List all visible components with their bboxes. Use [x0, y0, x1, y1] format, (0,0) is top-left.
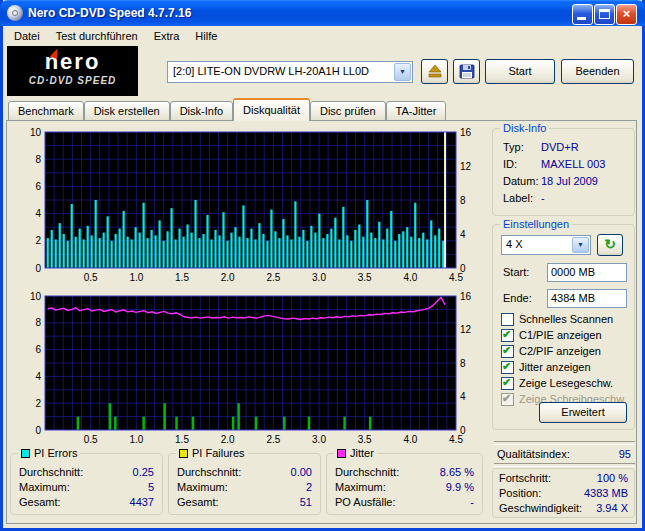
- position-value: 4383 MB: [584, 487, 628, 499]
- disk-info-value: 18 Jul 2009: [541, 175, 598, 187]
- menu-hilfe[interactable]: Hilfe: [187, 28, 225, 44]
- app-icon: [7, 5, 23, 21]
- disk-info-value: MAXELL 003: [541, 158, 605, 170]
- stat-value: 8.65 %: [440, 466, 474, 478]
- stat-value: 9.9 %: [446, 481, 474, 493]
- svg-text:16: 16: [460, 127, 472, 138]
- menu-test-durchfuehren[interactable]: Test durchführen: [48, 28, 146, 44]
- svg-text:12: 12: [460, 324, 472, 335]
- start-button[interactable]: Start: [485, 59, 555, 84]
- save-button[interactable]: [453, 59, 480, 84]
- minimize-button[interactable]: [572, 4, 593, 25]
- eject-disc-button[interactable]: [421, 59, 448, 84]
- stat-label: Maximum:: [19, 481, 70, 493]
- settings-title: Einstellungen: [500, 218, 572, 230]
- drive-select-value: [2:0] LITE-ON DVDRW LH-20A1H LL0D: [173, 65, 369, 77]
- pi-errors-stats-box: PI Errors Durchschnitt: 0.25 Maximum: 5 …: [10, 453, 163, 515]
- stat-value: 0.25: [133, 466, 154, 478]
- svg-text:1.0: 1.0: [129, 272, 143, 283]
- stat-value: -: [470, 496, 474, 508]
- stat-label: Gesamt:: [177, 496, 219, 508]
- check-icon: ✔: [502, 376, 511, 389]
- start-position-label: Start:: [503, 266, 529, 278]
- disk-info-label: ID:: [503, 158, 517, 170]
- svg-text:3.5: 3.5: [358, 272, 372, 283]
- quality-index-label: Qualitätsindex:: [497, 448, 570, 460]
- progress-value: 100 %: [597, 472, 628, 484]
- close-button[interactable]: ×: [616, 4, 637, 25]
- stat-value: 4437: [130, 496, 154, 508]
- checkbox-box[interactable]: ✔: [501, 361, 514, 374]
- maximize-button[interactable]: [594, 4, 615, 25]
- eject-icon: [427, 64, 443, 79]
- svg-text:8: 8: [460, 358, 466, 369]
- svg-text:2: 2: [35, 235, 41, 246]
- progress-label: Fortschritt:: [499, 472, 551, 484]
- refresh-speed-button[interactable]: ↻: [597, 234, 623, 256]
- speed-select-dropdown-button[interactable]: ▼: [572, 237, 589, 253]
- checkbox-box[interactable]: ✔: [501, 329, 514, 342]
- disk-info-label: Datum:: [503, 175, 538, 187]
- pi-failures-stats-title: PI Failures: [176, 447, 248, 459]
- svg-text:8: 8: [460, 195, 466, 206]
- close-icon: ×: [623, 6, 631, 21]
- stat-label: Durchschnitt:: [335, 466, 399, 478]
- check-icon: ✔: [502, 360, 511, 373]
- checkbox-box[interactable]: ✔: [501, 377, 514, 390]
- quality-index-value: 95: [619, 448, 631, 460]
- menu-datei[interactable]: Datei: [6, 28, 48, 44]
- jitter-color-swatch: [337, 449, 346, 458]
- speed-select-value: 4 X: [506, 238, 523, 250]
- svg-text:0: 0: [35, 263, 41, 274]
- stat-value: 2: [306, 481, 312, 493]
- svg-text:4.0: 4.0: [403, 434, 417, 445]
- checkbox-box[interactable]: ✔: [501, 345, 514, 358]
- drive-select-dropdown-button[interactable]: ▼: [394, 63, 411, 81]
- svg-text:16: 16: [460, 291, 472, 302]
- checkbox-box[interactable]: ✔: [501, 313, 514, 326]
- menu-bar: Datei Test durchführen Extra Hilfe: [3, 26, 642, 45]
- tab-diskqualitaet[interactable]: Diskqualität: [233, 98, 310, 121]
- start-position-field[interactable]: 0000 MB: [547, 263, 627, 282]
- maximize-icon: [599, 9, 610, 19]
- svg-text:4.5: 4.5: [449, 272, 463, 283]
- title-bar[interactable]: Nero CD-DVD Speed 4.7.7.16 ×: [0, 0, 645, 26]
- stat-label: Durchschnitt:: [19, 466, 83, 478]
- tab-benchmark[interactable]: Benchmark: [8, 101, 84, 121]
- stat-label: Maximum:: [177, 481, 228, 493]
- disk-info-label: Typ:: [503, 141, 524, 153]
- chevron-down-icon: ▼: [399, 68, 406, 75]
- checkbox-label: Zeige Lesegeschw.: [519, 377, 613, 389]
- tab-disc-pruefen[interactable]: Disc prüfen: [310, 101, 386, 121]
- svg-text:8: 8: [35, 317, 41, 328]
- svg-text:6: 6: [35, 181, 41, 192]
- svg-text:3.0: 3.0: [312, 434, 326, 445]
- svg-text:0: 0: [35, 425, 41, 436]
- jitter-stats-title: Jitter: [334, 447, 377, 459]
- stat-label: PO Ausfälle:: [335, 496, 396, 508]
- advanced-button[interactable]: Erweitert: [539, 402, 627, 423]
- svg-text:4.5: 4.5: [449, 434, 463, 445]
- pi-errors-stats-title: PI Errors: [18, 447, 80, 459]
- speed-select[interactable]: 4 X ▼: [501, 235, 591, 255]
- disk-info-value: DVD+R: [541, 141, 579, 153]
- menu-extra[interactable]: Extra: [146, 28, 188, 44]
- quit-button[interactable]: Beenden: [561, 59, 634, 84]
- position-label: Position:: [499, 487, 541, 499]
- check-icon: ✔: [502, 344, 511, 357]
- disk-info-group: Disk-Info Typ: DVD+R ID: MAXELL 003 Datu…: [492, 128, 635, 216]
- stat-value: 51: [300, 496, 312, 508]
- stat-value: 5: [148, 481, 154, 493]
- separator: [494, 441, 635, 445]
- chevron-down-icon: ▼: [577, 241, 584, 248]
- svg-text:2.0: 2.0: [221, 272, 235, 283]
- tab-disk-erstellen[interactable]: Disk erstellen: [84, 101, 170, 121]
- drive-select[interactable]: [2:0] LITE-ON DVDRW LH-20A1H LL0D ▼: [167, 61, 413, 83]
- svg-text:2.0: 2.0: [221, 434, 235, 445]
- svg-text:4: 4: [460, 391, 466, 402]
- tab-disk-info[interactable]: Disk-Info: [170, 101, 233, 121]
- nero-logo-subtext: CD·DVD SPEED: [7, 75, 138, 86]
- end-position-field[interactable]: 4384 MB: [547, 289, 627, 308]
- tab-ta-jitter[interactable]: TA-Jitter: [386, 101, 447, 121]
- pi-failures-stats-box: PI Failures Durchschnitt: 0.00 Maximum: …: [168, 453, 321, 515]
